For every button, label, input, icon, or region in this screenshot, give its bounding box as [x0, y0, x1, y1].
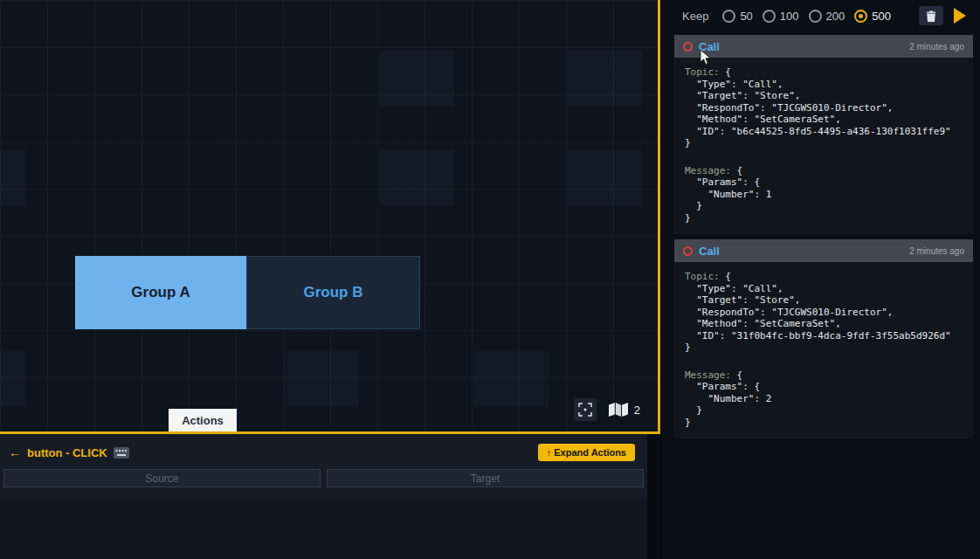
keep-option-label: 50 [740, 10, 752, 23]
message-json: Message: { "Params": { "Number": 1 } } [685, 165, 963, 224]
topic-json: Topic: { "Type": "Call", "Target": "Stor… [685, 66, 963, 149]
clear-log-button[interactable] [919, 6, 943, 25]
keyboard-icon [114, 447, 129, 459]
grid-block [0, 150, 25, 206]
grid-block [568, 150, 643, 206]
topic-label: Topic: [685, 66, 720, 78]
radio-icon [722, 10, 735, 23]
map-toggle[interactable]: 2 [609, 403, 640, 417]
message-card: Call 2 minutes ago Topic: { "Type": "Cal… [674, 35, 973, 234]
target-input[interactable] [327, 469, 644, 487]
log-toolbar: Keep 50 100 200 500 [662, 0, 980, 31]
message-json: Message: { "Params": { "Number": 2 } } [685, 369, 963, 429]
grid-block [379, 150, 454, 206]
source-target-row [0, 461, 647, 487]
message-title[interactable]: Call [699, 245, 720, 258]
topic-label: Topic: [685, 271, 720, 282]
grid-block [568, 50, 643, 106]
map-count: 2 [634, 404, 640, 417]
message-title[interactable]: Call [699, 40, 720, 53]
keep-option-label: 500 [872, 10, 891, 23]
grid-block [379, 50, 454, 106]
center-view-button[interactable] [574, 398, 597, 421]
message-card: Call 2 minutes ago Topic: { "Type": "Cal… [674, 239, 973, 438]
back-arrow-icon[interactable]: ← [9, 445, 21, 459]
canvas-toolbar: 2 [574, 398, 640, 421]
message-label: Message: [685, 369, 731, 381]
call-status-icon [683, 42, 693, 52]
keep-option-100[interactable]: 100 [763, 10, 799, 23]
keep-option-500[interactable]: 500 [854, 10, 891, 23]
radio-icon [854, 10, 867, 23]
actions-panel: ← button - CLICK ↑ Expand Actions [0, 434, 647, 559]
keep-option-label: 200 [826, 10, 845, 23]
message-card-body: Topic: { "Type": "Call", "Target": "Stor… [674, 58, 973, 234]
message-card-body: Topic: { "Type": "Call", "Target": "Stor… [674, 262, 973, 438]
message-timestamp: 2 minutes ago [909, 246, 964, 256]
topic-body: { "Type": "Call", "Target": "Store", "Re… [685, 66, 951, 148]
group-a-button[interactable]: Group A [75, 256, 246, 329]
keep-option-200[interactable]: 200 [809, 10, 845, 23]
keep-option-label: 100 [780, 10, 799, 23]
actions-panel-body [0, 500, 647, 559]
map-icon [609, 403, 628, 417]
radio-icon [809, 10, 822, 23]
call-status-icon [683, 246, 693, 256]
center-view-icon [578, 403, 592, 417]
grid-block [284, 351, 359, 407]
topic-body: { "Type": "Call", "Target": "Store", "Re… [685, 271, 951, 353]
group-b-button[interactable]: Group B [246, 256, 420, 329]
play-button[interactable] [954, 8, 966, 24]
grid-block [473, 351, 549, 407]
app-root: Group A Group B Actions [0, 0, 980, 559]
actions-panel-header: ← button - CLICK ↑ Expand Actions [0, 434, 647, 461]
message-label: Message: [685, 165, 731, 176]
grid-block [0, 351, 25, 407]
keep-label: Keep [682, 10, 708, 23]
expand-actions-button[interactable]: ↑ Expand Actions [538, 444, 635, 461]
stage-canvas[interactable]: Group A Group B Actions [0, 0, 660, 434]
left-column: Group A Group B Actions [0, 0, 660, 559]
actions-tab[interactable]: Actions [169, 409, 237, 431]
message-timestamp: 2 minutes ago [909, 42, 964, 52]
message-card-header[interactable]: Call 2 minutes ago [674, 35, 973, 58]
topic-json: Topic: { "Type": "Call", "Target": "Stor… [685, 271, 963, 354]
action-title: button - CLICK [27, 446, 107, 459]
trash-icon [926, 10, 936, 22]
source-input[interactable] [3, 469, 321, 487]
message-card-header[interactable]: Call 2 minutes ago [674, 239, 973, 262]
radio-icon [763, 10, 776, 23]
message-log-panel: Keep 50 100 200 500 [660, 0, 980, 559]
message-list: Call 2 minutes ago Topic: { "Type": "Cal… [662, 31, 980, 444]
keep-option-50[interactable]: 50 [722, 10, 752, 23]
